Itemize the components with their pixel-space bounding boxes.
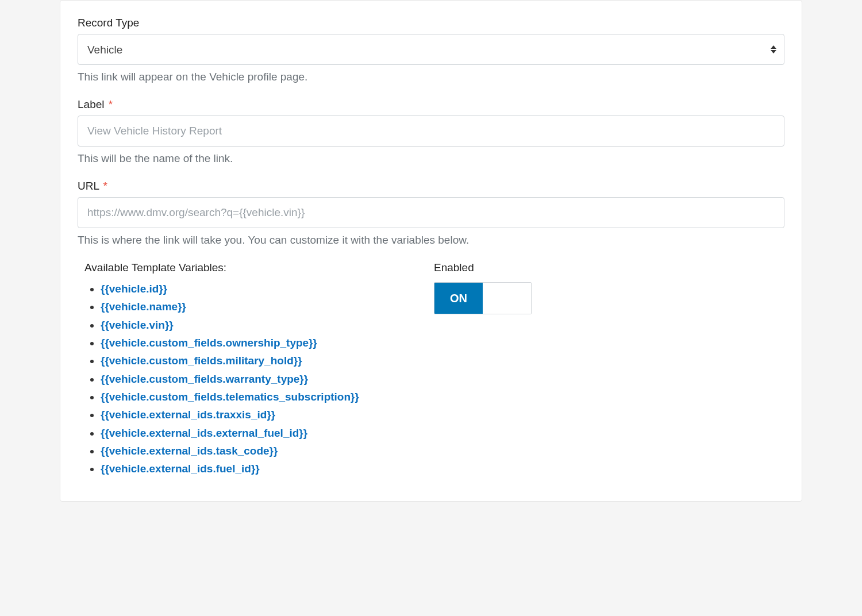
list-item: {{vehicle.external_ids.traxxis_id}}: [101, 406, 399, 424]
list-item: {{vehicle.custom_fields.telematics_subsc…: [101, 388, 399, 406]
enabled-column: Enabled ON: [434, 261, 532, 478]
template-variable-link[interactable]: {{vehicle.id}}: [101, 283, 167, 295]
record-type-select[interactable]: Vehicle: [78, 34, 784, 65]
record-type-help: This link will appear on the Vehicle pro…: [78, 71, 784, 83]
list-item: {{vehicle.name}}: [101, 298, 399, 315]
template-variable-link[interactable]: {{vehicle.external_ids.fuel_id}}: [101, 463, 260, 475]
variables-title: Available Template Variables:: [84, 261, 399, 274]
template-variable-link[interactable]: {{vehicle.external_ids.traxxis_id}}: [101, 409, 275, 421]
lower-columns: Available Template Variables: {{vehicle.…: [78, 261, 784, 478]
url-field-label: URL *: [78, 180, 784, 192]
list-item: {{vehicle.external_ids.task_code}}: [101, 442, 399, 460]
template-variable-link[interactable]: {{vehicle.external_ids.task_code}}: [101, 445, 278, 457]
label-group: Label * This will be the name of the lin…: [78, 98, 784, 165]
template-variable-link[interactable]: {{vehicle.custom_fields.ownership_type}}: [101, 337, 317, 349]
enabled-label: Enabled: [434, 261, 532, 274]
list-item: {{vehicle.external_ids.external_fuel_id}…: [101, 424, 399, 442]
variables-column: Available Template Variables: {{vehicle.…: [78, 261, 399, 478]
template-variable-link[interactable]: {{vehicle.external_ids.external_fuel_id}…: [101, 427, 307, 439]
list-item: {{vehicle.id}}: [101, 280, 399, 298]
label-text: Label: [78, 98, 105, 110]
template-variable-link[interactable]: {{vehicle.vin}}: [101, 319, 174, 331]
variables-list: {{vehicle.id}}{{vehicle.name}}{{vehicle.…: [84, 280, 399, 478]
list-item: {{vehicle.custom_fields.military_hold}}: [101, 352, 399, 369]
enabled-toggle[interactable]: ON: [434, 282, 532, 314]
url-input[interactable]: [78, 197, 784, 228]
template-variable-link[interactable]: {{vehicle.custom_fields.warranty_type}}: [101, 373, 308, 385]
toggle-on-label: ON: [434, 283, 483, 314]
label-input[interactable]: [78, 116, 784, 147]
url-label-text: URL: [78, 180, 99, 192]
template-variable-link[interactable]: {{vehicle.custom_fields.military_hold}}: [101, 355, 302, 367]
list-item: {{vehicle.vin}}: [101, 316, 399, 334]
template-variable-link[interactable]: {{vehicle.name}}: [101, 301, 186, 313]
list-item: {{vehicle.custom_fields.ownership_type}}: [101, 334, 399, 352]
record-type-group: Record Type Vehicle This link will appea…: [78, 17, 784, 83]
required-icon: *: [109, 98, 113, 110]
form-container: Record Type Vehicle This link will appea…: [60, 0, 802, 502]
url-group: URL * This is where the link will take y…: [78, 180, 784, 247]
template-variable-link[interactable]: {{vehicle.custom_fields.telematics_subsc…: [101, 391, 359, 403]
list-item: {{vehicle.external_ids.fuel_id}}: [101, 460, 399, 478]
required-icon: *: [103, 180, 107, 192]
url-help: This is where the link will take you. Yo…: [78, 234, 784, 247]
toggle-off-side: [483, 283, 531, 314]
label-field-label: Label *: [78, 98, 784, 111]
label-help: This will be the name of the link.: [78, 152, 784, 165]
record-type-select-wrap: Vehicle: [78, 34, 784, 65]
list-item: {{vehicle.custom_fields.warranty_type}}: [101, 370, 399, 388]
record-type-label: Record Type: [78, 17, 784, 29]
